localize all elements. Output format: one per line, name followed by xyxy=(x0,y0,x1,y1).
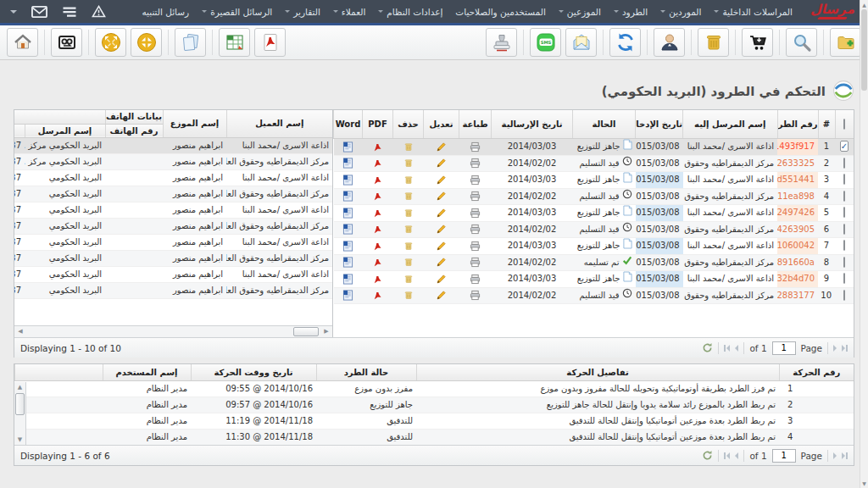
print-icon[interactable] xyxy=(459,188,492,204)
word-icon[interactable] xyxy=(334,254,363,270)
parcel-number-link[interactable]: 12633325 xyxy=(777,155,818,171)
parcel-row[interactable]: 212633325مركز الديمقراطيه وحقوق ا...2015… xyxy=(334,155,854,171)
column-header-ref[interactable]: رق xyxy=(14,124,25,137)
parcel-number-link[interactable]: 411ea898 xyxy=(777,188,818,204)
scroll-right-arrow[interactable]: ▶ xyxy=(320,326,332,337)
parcel-number-link[interactable]: 2891660a xyxy=(777,254,818,270)
vertical-scrollbar[interactable]: ▲ ▼ xyxy=(14,382,26,445)
menu-item-3[interactable]: الموزعين xyxy=(559,7,601,17)
word-icon[interactable] xyxy=(334,188,363,204)
refresh-grid-icon[interactable] xyxy=(702,342,713,353)
column-header-shipment-date[interactable]: تاريخ الإرسالية xyxy=(492,110,573,138)
parcel-number-link[interactable]: 74263905 xyxy=(777,221,818,237)
print-icon[interactable] xyxy=(459,155,492,171)
pdf-icon[interactable] xyxy=(363,171,393,188)
page-number-input[interactable] xyxy=(772,449,796,463)
parcel-row[interactable]: مركز الديمقراطيه وحقوق العاملابراهيم منص… xyxy=(14,282,332,298)
parcel-row[interactable]: 674263905مركز الديمقراطيه وحقوق ا...2015… xyxy=(334,221,854,237)
delete-icon[interactable] xyxy=(393,287,424,303)
print-icon[interactable] xyxy=(459,287,492,303)
edit-icon[interactable] xyxy=(424,237,459,254)
prev-page-button[interactable] xyxy=(735,345,738,352)
column-header-move-details[interactable]: تفاصيل الحركة xyxy=(416,364,779,380)
parcel-row[interactable]: مركز الديمقراطيه وحقوق العاملابراهيم منص… xyxy=(14,153,332,169)
parcel-row[interactable]: اذاعة الاسرى /محمد البناابراهيم منصورالب… xyxy=(14,169,332,186)
word-icon[interactable] xyxy=(334,237,363,254)
refresh-grid-icon[interactable] xyxy=(702,450,713,461)
export-excel-button[interactable] xyxy=(219,28,250,57)
select-all-checkbox[interactable] xyxy=(835,110,854,138)
last-page-button[interactable] xyxy=(842,345,848,352)
column-header-pdf[interactable]: PDF xyxy=(363,110,393,138)
column-header-move-no[interactable]: رقم الحركة xyxy=(779,364,854,380)
delete-icon[interactable] xyxy=(393,254,424,270)
parcel-number-link[interactable]: 62883177 xyxy=(777,287,818,303)
scrollbar-thumb[interactable] xyxy=(861,9,867,91)
pdf-icon[interactable] xyxy=(363,254,393,270)
parcel-row[interactable]: 36d551441اذاعة الاسرى /محمد البنا2015/03… xyxy=(334,171,854,188)
parcel-row[interactable]: مركز الديمقراطيه وحقوق العاملابراهيم منص… xyxy=(14,218,332,234)
row-checkbox[interactable] xyxy=(843,207,845,218)
parcel-row[interactable]: اذاعة الاسرى /محمد البناابراهيم منصورالب… xyxy=(14,202,332,218)
edit-icon[interactable] xyxy=(424,270,459,287)
row-checkbox[interactable] xyxy=(843,224,845,235)
parcel-number-link[interactable]: 02497426 xyxy=(777,204,818,221)
scroll-up-arrow[interactable]: ▲ xyxy=(14,382,25,392)
edit-icon[interactable] xyxy=(424,138,459,155)
delete-icon[interactable] xyxy=(393,155,424,171)
column-header-print[interactable]: طباعة xyxy=(459,110,492,138)
word-icon[interactable] xyxy=(334,155,363,171)
print-icon[interactable] xyxy=(459,237,492,254)
parcel-number-link[interactable]: 6d551441 xyxy=(777,171,818,188)
column-header-word[interactable]: Word xyxy=(334,110,363,138)
column-header-edit[interactable]: تعديل xyxy=(424,110,459,138)
movement-row[interactable]: 4تم ربط الطرد بعدة موزعين أتوماتيكيا وإن… xyxy=(15,429,854,445)
delete-icon[interactable] xyxy=(393,204,424,221)
copy-button[interactable] xyxy=(175,28,206,57)
edit-icon[interactable] xyxy=(424,254,459,270)
print-icon[interactable] xyxy=(459,221,492,237)
column-header-parcel-status[interactable]: حالة الطرد xyxy=(316,364,416,380)
edit-icon[interactable] xyxy=(424,287,459,303)
row-checkbox[interactable] xyxy=(843,273,845,284)
parcel-row[interactable]: مركز الديمقراطيه وحقوق العاملابراهيم منص… xyxy=(14,250,332,266)
movement-row[interactable]: 2تم ربط الطرد بالموزع رائد سلامة يدويا و… xyxy=(15,396,854,413)
word-icon[interactable] xyxy=(334,270,363,287)
parcel-number-link[interactable]: 832b4d70 xyxy=(777,270,818,287)
menu-item-2[interactable]: الطرود xyxy=(614,7,648,17)
parcel-row[interactable]: 82891660aمركز الديمقراطيه وحقوق ا...2015… xyxy=(334,254,854,270)
scrollbar-thumb[interactable] xyxy=(15,393,25,415)
column-header-move-datetime[interactable]: تاريخ ووقت الحركة xyxy=(191,364,316,380)
word-icon[interactable] xyxy=(334,287,363,303)
column-header-username[interactable]: إسم المستخدم xyxy=(103,364,191,380)
movement-row[interactable]: 3تم ربط الطرد بعدة موزعين أتوماتيكيا وإن… xyxy=(15,413,854,429)
menu-item-6[interactable]: العملاء xyxy=(333,7,365,17)
print-icon[interactable] xyxy=(459,138,492,155)
edit-icon[interactable] xyxy=(424,221,459,237)
pdf-icon[interactable] xyxy=(363,138,393,155)
parcel-row[interactable]: اذاعة الاسرى /محمد البناابراهيم منصورالب… xyxy=(14,137,332,153)
scroll-up-arrow[interactable]: ▲ xyxy=(860,2,868,8)
cart-button[interactable] xyxy=(742,28,773,57)
column-header-sender[interactable]: إسم المرسل xyxy=(25,124,105,137)
delete-icon[interactable] xyxy=(393,188,424,204)
parcel-row[interactable]: 4411ea898مركز الديمقراطيه وحقوق ا...2015… xyxy=(334,188,854,204)
word-icon[interactable] xyxy=(334,171,363,188)
column-header-parcel-no[interactable]: رقم الطرد xyxy=(777,110,818,138)
mail-icon[interactable] xyxy=(31,6,47,18)
menu-item-5[interactable]: إعدادات النظام xyxy=(378,7,442,17)
last-page-button[interactable] xyxy=(842,452,848,459)
menu-item-4[interactable]: المستخدمين والصلاحيات xyxy=(455,7,545,17)
navbar-dropdown-caret-icon[interactable] xyxy=(10,7,17,17)
edit-icon[interactable] xyxy=(424,171,459,188)
open-mail-button[interactable] xyxy=(565,28,597,57)
delete-icon[interactable] xyxy=(393,270,424,287)
scroll-left-arrow[interactable]: ◀ xyxy=(14,326,26,337)
parcel-row[interactable]: اذاعة الاسرى /محمد البناابراهيم منصورالب… xyxy=(14,266,332,282)
print-icon[interactable] xyxy=(459,171,492,188)
menu-item-9[interactable]: رسائل التنبيه xyxy=(142,7,189,17)
pdf-icon[interactable] xyxy=(363,155,393,171)
parcel-row[interactable]: اذاعة الاسرى /محمد البناابراهيم منصورالب… xyxy=(14,234,332,250)
add-new-button[interactable] xyxy=(830,28,861,57)
column-header-entry-date[interactable]: تاريخ الإدخال xyxy=(636,110,683,138)
